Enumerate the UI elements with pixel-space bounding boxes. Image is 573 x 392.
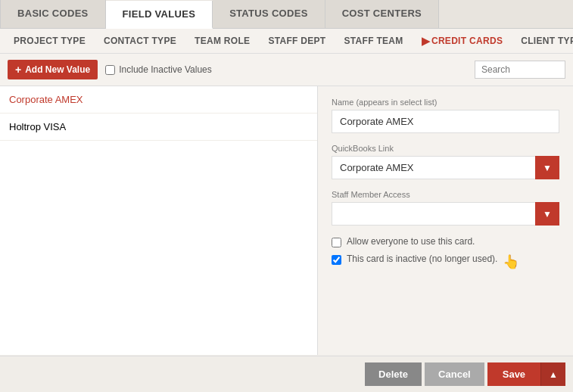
tab-status-codes[interactable]: STATUS CODES: [213, 0, 325, 28]
toolbar: + Add New Value Include Inactive Values: [0, 54, 573, 86]
staff-access-field-label: Staff Member Access: [332, 190, 559, 199]
top-tab-bar: BASIC CODES FIELD VALUES STATUS CODES CO…: [0, 0, 573, 29]
staff-access-select[interactable]: [332, 202, 559, 226]
active-arrow-icon: ▶: [422, 35, 430, 47]
sub-tab-staff-team[interactable]: STAFF TEAM: [335, 30, 413, 52]
inactive-checkbox[interactable]: [332, 255, 341, 265]
quickbooks-select-wrapper: Corporate AMEX ▼: [332, 156, 559, 179]
include-inactive-checkbox[interactable]: [105, 65, 115, 75]
left-list-panel: Corporate AMEX Holtrop VISA: [0, 86, 318, 355]
main-content: Corporate AMEX Holtrop VISA Name (appear…: [0, 86, 573, 355]
staff-access-select-wrapper: ▼: [332, 202, 559, 226]
tab-basic-codes[interactable]: BASIC CODES: [0, 0, 106, 28]
allow-everyone-row: Allow everyone to use this card.: [332, 236, 559, 247]
name-field-label: Name (appears in select list): [332, 98, 559, 107]
sub-tab-credit-cards[interactable]: ▶ CREDIT CARDS: [413, 29, 512, 53]
save-dropdown-button[interactable]: ▲: [540, 362, 565, 386]
sub-tab-team-role[interactable]: TEAM ROLE: [185, 30, 259, 52]
tab-field-values[interactable]: FIELD VALUES: [106, 1, 213, 29]
sub-tab-project-type[interactable]: PROJECT TYPE: [5, 30, 95, 52]
delete-button[interactable]: Delete: [365, 362, 422, 386]
include-inactive-label[interactable]: Include Inactive Values: [105, 64, 212, 75]
save-button[interactable]: Save: [487, 362, 540, 386]
add-new-value-button[interactable]: + Add New Value: [8, 60, 98, 79]
plus-icon: +: [15, 64, 21, 76]
name-field-input[interactable]: [332, 110, 559, 133]
cancel-button[interactable]: Cancel: [425, 362, 484, 386]
tab-cost-centers[interactable]: COST CENTERS: [325, 0, 439, 28]
staff-access-field-group: Staff Member Access ▼: [332, 190, 559, 226]
allow-everyone-label: Allow everyone to use this card.: [347, 236, 475, 247]
bottom-action-bar: Delete Cancel Save ▲: [0, 356, 573, 392]
quickbooks-field-group: QuickBooks Link Corporate AMEX ▼: [332, 144, 559, 179]
allow-everyone-checkbox[interactable]: [332, 238, 341, 247]
inactive-row: This card is inactive (no longer used). …: [332, 254, 559, 270]
inactive-label: This card is inactive (no longer used).: [347, 254, 497, 264]
right-detail-panel: Name (appears in select list) QuickBooks…: [318, 86, 573, 355]
list-item[interactable]: Holtrop VISA: [0, 114, 317, 141]
quickbooks-field-label: QuickBooks Link: [332, 144, 559, 153]
quickbooks-select[interactable]: Corporate AMEX: [332, 156, 559, 179]
hand-cursor-icon: 👆: [503, 254, 519, 270]
save-button-group: Save ▲: [487, 362, 565, 386]
name-field-group: Name (appears in select list): [332, 98, 559, 133]
search-input[interactable]: [475, 61, 565, 79]
sub-tab-staff-dept[interactable]: STAFF DEPT: [259, 30, 335, 52]
sub-tab-client-type[interactable]: CLIENT TYPE: [512, 30, 573, 52]
list-item[interactable]: Corporate AMEX: [0, 86, 317, 114]
sub-tab-bar: PROJECT TYPE CONTACT TYPE TEAM ROLE STAF…: [0, 29, 573, 54]
save-dropdown-arrow-icon: ▲: [549, 369, 558, 380]
sub-tab-contact-type[interactable]: CONTACT TYPE: [95, 30, 185, 52]
